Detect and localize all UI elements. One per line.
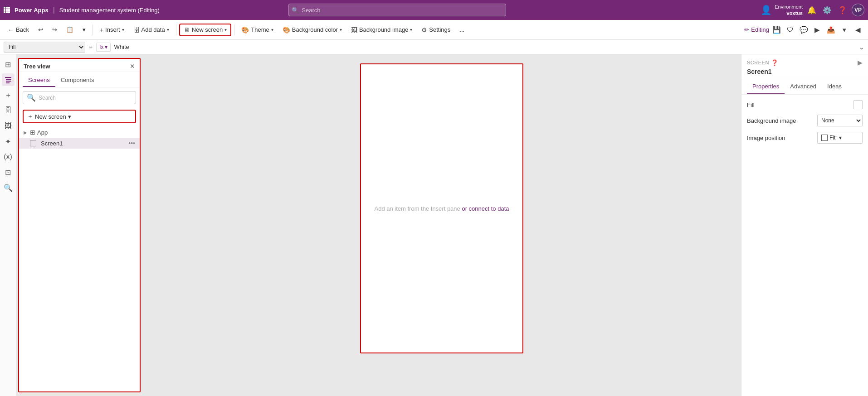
main-area: ⊞ ＋ 🗄 🖼 ✦ (x) ⊡ 🔍 Tree view ✕ Screens Co…: [0, 54, 868, 396]
screen-icon: 🖥: [184, 26, 190, 34]
property-selector[interactable]: Fill: [4, 42, 85, 53]
newscreen-caret-icon: ▾: [224, 27, 227, 32]
treeview-search-box[interactable]: 🔍: [23, 91, 136, 104]
image-position-label: Image position: [747, 135, 785, 141]
fx-button[interactable]: fx ▾: [96, 43, 110, 52]
theme-button[interactable]: 🎨 Theme ▾: [237, 24, 277, 36]
screen1-more-icon[interactable]: •••: [128, 140, 135, 147]
settings-button[interactable]: ⚙️: [821, 4, 834, 16]
search-icon: 🔍: [292, 7, 299, 14]
home-icon[interactable]: ⊞: [2, 58, 15, 71]
insert-button[interactable]: + Insert ▾: [96, 24, 128, 36]
tab-ideas[interactable]: Ideas: [822, 79, 847, 94]
more-button[interactable]: ...: [455, 24, 468, 35]
background-image-button[interactable]: 🖼 Background image ▾: [347, 24, 416, 36]
help-icon[interactable]: ❓: [771, 59, 779, 66]
sep1: [93, 24, 93, 35]
bgimage-caret-icon: ▾: [410, 27, 412, 32]
equals-sign: =: [87, 43, 94, 51]
back-button[interactable]: ← Back: [4, 24, 33, 36]
fill-label: Fill: [747, 101, 755, 108]
database-icon: 🗄: [133, 26, 140, 34]
bg-image-value: None: [817, 115, 863, 126]
settings-toolbar-button[interactable]: ⚙ Settings: [417, 24, 454, 36]
undo-icon: ↩: [38, 26, 43, 33]
paste-down-button[interactable]: ▾: [78, 24, 90, 35]
search-input[interactable]: [288, 4, 506, 16]
connect-to-data-link[interactable]: or connect to data: [462, 205, 509, 212]
fx-caret-icon: ▾: [105, 44, 107, 50]
play-button[interactable]: ▶: [811, 24, 824, 36]
props-header: SCREEN ❓ ▶ Screen1: [741, 54, 868, 79]
new-screen-treeview-button[interactable]: ＋ New screen ▾: [23, 110, 136, 123]
paste-button[interactable]: 📋: [62, 24, 78, 35]
waffle-icon: [4, 7, 10, 13]
svg-rect-3: [6, 82, 10, 83]
editing-button[interactable]: ✏ Editing: [744, 26, 769, 33]
tree-item-screen1[interactable]: Screen1 •••: [19, 138, 140, 149]
redo-button[interactable]: ↪: [48, 24, 61, 35]
canvas-hint: Add an item from the Insert pane or conn…: [374, 205, 509, 212]
project-title: Student management system (Editing): [59, 7, 160, 14]
comment-button[interactable]: 💬: [797, 24, 810, 36]
publish-button[interactable]: 📤: [824, 24, 837, 36]
tab-advanced[interactable]: Advanced: [785, 79, 822, 94]
undo-button[interactable]: ↩: [34, 24, 47, 35]
treeview-search-input[interactable]: [39, 95, 132, 101]
properties-panel: SCREEN ❓ ▶ Screen1 Properties Advanced I…: [741, 54, 868, 396]
data-icon[interactable]: 🗄: [2, 104, 15, 117]
treeview-icon[interactable]: [2, 73, 15, 86]
components-icon[interactable]: ⊡: [2, 166, 15, 179]
avatar[interactable]: VP: [852, 4, 864, 16]
treeview-items: ▶ ⊞ App Screen1 •••: [19, 125, 140, 391]
screen-name-label: Screen1: [747, 66, 863, 77]
tab-properties[interactable]: Properties: [747, 79, 785, 94]
edit-icon: ✏: [744, 26, 749, 33]
bg-image-row: Background image None: [747, 115, 863, 126]
app-caret-icon: ▶: [24, 130, 27, 135]
topbar-right: 👤 Environment voxtus 🔔 ⚙️ ❓ VP: [761, 4, 864, 17]
collapse-button[interactable]: ◀: [852, 24, 864, 36]
props-tabs: Properties Advanced Ideas: [741, 79, 868, 95]
app-logo[interactable]: Power Apps: [4, 7, 49, 14]
search-sidebar-icon[interactable]: 🔍: [2, 181, 15, 194]
formula-value[interactable]: White: [112, 43, 857, 50]
help-button[interactable]: ❓: [836, 4, 849, 16]
collapse-panel-icon[interactable]: ▶: [858, 59, 863, 66]
variables-icon[interactable]: (x): [2, 150, 15, 163]
paste-icon: 📋: [66, 26, 73, 33]
bgcolor-caret-icon: ▾: [340, 27, 342, 32]
svg-rect-1: [6, 79, 11, 80]
treeview-close-button[interactable]: ✕: [130, 63, 135, 70]
canvas-area[interactable]: Add an item from the Insert pane or conn…: [142, 54, 741, 396]
background-color-button[interactable]: 🎨 Background color ▾: [278, 24, 346, 36]
bg-image-select[interactable]: None: [817, 115, 863, 126]
formulabar: Fill = fx ▾ White ⌄: [0, 40, 868, 54]
app-title: Power Apps: [15, 7, 49, 14]
new-screen-button[interactable]: 🖥 New screen ▾: [179, 24, 232, 36]
theme-caret-icon: ▾: [271, 27, 273, 32]
topbar-search[interactable]: 🔍: [288, 4, 506, 16]
tab-screens[interactable]: Screens: [23, 74, 55, 87]
image-position-value: Fit ▾: [817, 132, 863, 144]
treeview-panel: Tree view ✕ Screens Components 🔍 ＋ New s…: [18, 58, 141, 392]
notifications-button[interactable]: 🔔: [805, 4, 818, 16]
bgimage-icon: 🖼: [351, 26, 357, 34]
expand-icon[interactable]: ⌄: [859, 43, 864, 51]
add-data-button[interactable]: 🗄 Add data ▾: [129, 24, 173, 36]
tab-components[interactable]: Components: [55, 74, 100, 87]
env-name: voxtus: [775, 10, 803, 16]
shield-icon[interactable]: 🛡: [784, 24, 796, 36]
insert-sidebar-icon[interactable]: ＋: [2, 89, 15, 101]
sep2: [176, 24, 176, 35]
media-icon[interactable]: 🖼: [2, 120, 15, 132]
ai-icon[interactable]: ✦: [2, 135, 15, 148]
tree-item-app[interactable]: ▶ ⊞ App: [19, 127, 140, 138]
more-right-button[interactable]: ▾: [838, 24, 851, 36]
canvas-screen: Add an item from the Insert pane or conn…: [360, 63, 523, 353]
save-button[interactable]: 💾: [770, 24, 783, 36]
props-content: Fill Background image None Image positio…: [741, 95, 868, 149]
image-position-dropdown[interactable]: Fit ▾: [817, 132, 863, 144]
fill-color-swatch[interactable]: [853, 100, 863, 109]
toolbar: ← Back ↩ ↪ 📋 ▾ + Insert ▾ 🗄 Add data ▾ 🖥…: [0, 20, 868, 40]
